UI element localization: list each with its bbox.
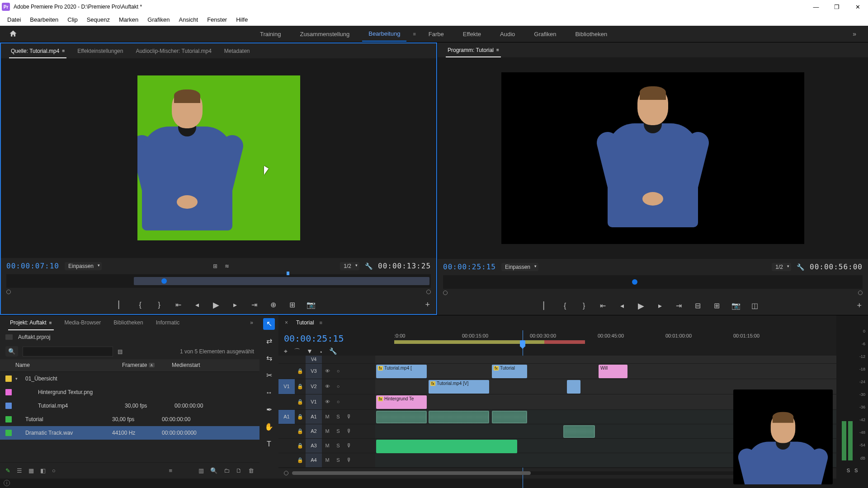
clip[interactable]: Tutorial.mp4 [ <box>376 365 427 378</box>
clip[interactable]: Will <box>599 365 627 378</box>
settings-icon[interactable]: 🔧 <box>797 263 804 271</box>
hand-tool[interactable]: ✋ <box>263 421 275 433</box>
slip-tool[interactable]: ↔ <box>263 387 275 399</box>
clip[interactable]: Tutorial.mp4 [V] <box>429 380 489 394</box>
program-fit-select[interactable]: Einpassen <box>501 263 538 271</box>
menu-marken[interactable]: Marken <box>114 14 143 26</box>
workspace-tab-bibliotheken[interactable]: Bibliotheken <box>569 27 613 41</box>
mark-in-button[interactable]: ▏ <box>116 300 126 309</box>
clip[interactable] <box>429 411 489 423</box>
add-buttons-icon[interactable]: + <box>425 300 430 310</box>
clip[interactable] <box>376 411 427 423</box>
program-playhead-timecode[interactable]: 00:00:25:15 <box>443 263 496 271</box>
go-out-button[interactable]: ⇥ <box>674 301 684 310</box>
source-playhead-timecode[interactable]: 00:00:07:10 <box>6 262 59 270</box>
automate-button[interactable]: ▥ <box>198 467 204 474</box>
lift-button[interactable]: ⊟ <box>693 301 703 310</box>
mute-button[interactable]: M <box>322 443 333 448</box>
project-tab[interactable]: Projekt: Auftakt≡ <box>4 315 58 330</box>
clip[interactable]: Hintergrund Te <box>376 395 427 409</box>
close-button[interactable]: ✕ <box>847 0 868 14</box>
step-back-button[interactable]: ◂ <box>192 300 202 309</box>
settings-icon[interactable]: 🔧 <box>365 263 373 270</box>
mic-icon[interactable]: 🎙 <box>344 413 354 420</box>
list-view-button[interactable]: ☰ <box>17 467 22 474</box>
expand-icon[interactable]: ▾ <box>15 376 22 381</box>
pen-tool[interactable]: ✒ <box>263 404 275 416</box>
mark-in-button[interactable]: ▏ <box>541 301 551 310</box>
clip[interactable] <box>563 425 595 438</box>
solo-right[interactable]: S <box>854 468 858 473</box>
home-icon[interactable] <box>8 29 18 38</box>
eye-icon[interactable]: 👁 <box>322 399 333 404</box>
solo-left[interactable]: S <box>847 468 850 473</box>
menu-sequenz[interactable]: Sequenz <box>82 14 114 26</box>
zoom-slider[interactable]: ○ <box>52 467 56 474</box>
project-row[interactable]: Hintergrund Textur.png <box>0 385 259 399</box>
extract-button[interactable]: ⊞ <box>712 301 722 310</box>
mute-button[interactable]: M <box>322 414 333 419</box>
project-row[interactable]: Tutorial.mp430,00 fps00:00:00:00 <box>0 399 259 413</box>
clip[interactable]: Tutorial <box>492 365 527 378</box>
play-button[interactable]: ▶ <box>211 300 221 310</box>
delete-button[interactable]: 🗑 <box>248 467 254 474</box>
menu-ansicht[interactable]: Ansicht <box>174 14 203 26</box>
close-sequence-button[interactable]: × <box>282 319 291 326</box>
new-item-button[interactable]: ✎ <box>5 467 10 474</box>
overwrite-button[interactable]: ⊞ <box>287 300 297 309</box>
new-bin-button[interactable]: 🗀 <box>224 467 230 474</box>
workspace-menu-icon[interactable]: ≡ <box>413 31 415 37</box>
clip[interactable] <box>376 440 517 453</box>
project-tab[interactable]: Media-Browser <box>58 315 108 330</box>
play-button[interactable]: ▶ <box>636 301 646 311</box>
panel-menu-icon[interactable]: ≡ <box>320 320 322 325</box>
compare-button[interactable]: ◫ <box>750 301 760 310</box>
search-icon[interactable]: 🔍 <box>5 346 18 357</box>
eye-icon[interactable]: 👁 <box>322 384 333 389</box>
mark-out-button[interactable]: { <box>135 301 145 309</box>
step-fwd-button[interactable]: ▸ <box>655 301 665 310</box>
track-header-a2[interactable]: 🔒A2MS🎙 <box>278 424 375 439</box>
source-zoom-select[interactable]: 1/2 <box>340 262 359 270</box>
track-header-v3[interactable]: 🔒V3👁○ <box>278 364 375 379</box>
icon-view-button[interactable]: ▦ <box>28 467 34 474</box>
snap-icon[interactable]: ⌖ <box>284 347 288 356</box>
source-tab[interactable]: Metadaten <box>218 43 256 58</box>
wrench-icon[interactable]: 🔧 <box>329 347 337 356</box>
solo-button[interactable]: S <box>333 457 344 463</box>
mark-clip-button[interactable]: } <box>154 301 164 309</box>
new-item-icon[interactable]: 🗋 <box>236 467 242 474</box>
zoom-in-icon[interactable] <box>426 290 431 294</box>
workspace-tab-training[interactable]: Training <box>254 27 287 41</box>
zoom-in-icon[interactable] <box>858 291 863 295</box>
ripple-tool[interactable]: ⇆ <box>263 352 275 364</box>
filter-icon[interactable]: ▤ <box>118 348 123 355</box>
menu-clip[interactable]: Clip <box>63 14 82 26</box>
zoom-out-icon[interactable] <box>443 291 448 295</box>
project-tab[interactable]: Bibliotheken <box>107 315 149 330</box>
mic-icon[interactable]: 🎙 <box>344 428 354 434</box>
export-frame-button[interactable]: 📷 <box>731 301 741 310</box>
type-tool[interactable]: T <box>263 438 275 450</box>
program-tab[interactable]: Programm: Tutorial≡ <box>441 42 505 57</box>
razor-tool[interactable]: ✂ <box>263 370 275 381</box>
drag-audio-icon[interactable]: ≋ <box>224 262 230 270</box>
program-viewer[interactable] <box>438 57 868 258</box>
project-row[interactable]: Tutorial30,00 fps00:00:00:00 <box>0 413 259 426</box>
find-button[interactable]: 🔍 <box>210 467 217 474</box>
source-tab[interactable]: Quelle: Tutorial.mp4≡ <box>5 43 71 58</box>
tabs-overflow-icon[interactable]: » <box>244 315 259 330</box>
solo-button[interactable]: S <box>333 414 344 419</box>
step-fwd-button[interactable]: ▸ <box>230 300 240 309</box>
add-buttons-icon[interactable]: + <box>857 301 862 310</box>
mute-button[interactable]: M <box>322 428 333 434</box>
track-header-a1[interactable]: A1🔒A1MS🎙 <box>278 410 375 424</box>
clip[interactable] <box>567 380 580 394</box>
program-zoom-select[interactable]: 1/2 <box>772 263 791 271</box>
menu-bearbeiten[interactable]: Bearbeiten <box>25 14 63 26</box>
selection-tool[interactable]: ↖ <box>263 318 275 330</box>
workspace-tab-farbe[interactable]: Farbe <box>422 27 450 41</box>
marker-icon[interactable]: ▼ <box>307 347 313 356</box>
source-tab[interactable]: Effekteinstellungen <box>71 43 129 58</box>
project-columns-header[interactable]: Name Framerate∧ Medienstart <box>0 359 259 372</box>
